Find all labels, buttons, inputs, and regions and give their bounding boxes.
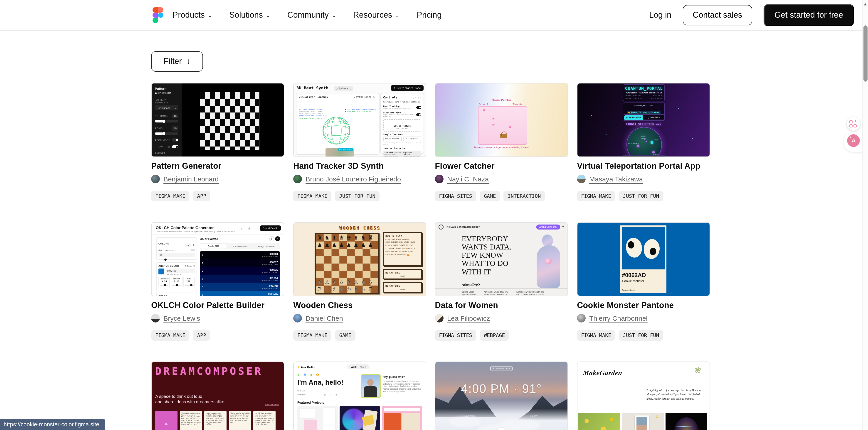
- card-author-link[interactable]: Daniel Chen: [306, 315, 343, 322]
- card-thumbnail[interactable]: ◔ Contentful Clock 4:00 PM · 91° New Yor…: [435, 362, 568, 430]
- site-logo-icon: ϟ: [438, 224, 443, 229]
- footer-column: Editor's Letterby Laura Minquini: [462, 291, 481, 296]
- greeting-heading: Hey, guess who?: [383, 375, 405, 378]
- card-title[interactable]: OKLCH Color Palette Builder: [151, 301, 284, 310]
- card-title[interactable]: Wooden Chess: [293, 301, 426, 310]
- idea-card: "There should be bubble wrap libraries I…: [229, 411, 251, 430]
- tag[interactable]: FIGMA MAKE: [577, 191, 615, 201]
- flower-icon: ✿: [492, 123, 495, 127]
- card-author-link[interactable]: Thierry Charbonnel: [589, 315, 648, 322]
- nav-item-solutions[interactable]: Solutions⌄: [229, 10, 271, 20]
- card-byline: Bryce Lewis: [151, 314, 284, 323]
- card-thumbnail[interactable]: DREAMCOMPOSER A space to think out loud …: [151, 362, 284, 430]
- card-title[interactable]: Cookie Monster Pantone: [577, 301, 710, 310]
- avatar[interactable]: [577, 175, 586, 183]
- grid-squares-icon: [849, 120, 852, 123]
- card-author-link[interactable]: Benjamin Leonard: [163, 175, 219, 183]
- avatar[interactable]: [293, 175, 302, 183]
- tag[interactable]: APP: [193, 191, 210, 201]
- color-name: Cookie Monster: [622, 279, 664, 283]
- avatar[interactable]: [293, 314, 302, 323]
- controls-panel: Controls↻ ☼ ◐ ☾ Configure hand tracking …: [380, 93, 424, 154]
- figma-logo-icon[interactable]: [153, 7, 163, 23]
- chevron-down-icon: ⌄: [332, 12, 336, 18]
- card-thumbnail[interactable]: Pattern Generator PATTERN TEMPLATE Herri…: [151, 83, 284, 157]
- sparkle-icon: ✦: [854, 119, 857, 123]
- tag-row: FIGMA MAKE GAME: [293, 330, 426, 341]
- card-thumbnail[interactable]: QUANTUM_PORTAL DIMENSIONAL_TRANSPORT_SYS…: [577, 83, 710, 157]
- bio-text: I'm Ana Bolio, a professional UI UX desi…: [383, 380, 423, 393]
- portfolio-nav: WorkAbout: [347, 364, 369, 369]
- scrollbar-thumb[interactable]: [864, 25, 868, 81]
- tag[interactable]: JUST FOR FUN: [619, 330, 663, 341]
- site-title: DREAMCOMPOSER: [155, 366, 281, 377]
- card-thumbnail[interactable]: #0062AD Cookie Monster Sesame Street: [577, 222, 710, 296]
- footer-column: Working in women's health, one can't hel…: [516, 291, 544, 296]
- tag[interactable]: FIGMA MAKE: [151, 330, 189, 341]
- card-title[interactable]: Pattern Generator: [151, 162, 284, 171]
- filter-button[interactable]: Filter ↓: [151, 51, 203, 72]
- card-thumbnail[interactable]: MakeGarden ❀ A digital garden of messy e…: [577, 362, 710, 430]
- chroma-control: CHROMA0.15: [171, 277, 183, 287]
- card-author-link[interactable]: Masaya Takizawa: [589, 175, 643, 183]
- project-tile: [340, 406, 380, 430]
- nav-item-pricing[interactable]: Pricing: [417, 10, 442, 20]
- tag[interactable]: FIGMA SITES: [435, 191, 476, 201]
- tag[interactable]: JUST FOR FUN: [335, 191, 379, 201]
- card-byline: Bruno José Loureiro Figueiredo: [293, 175, 426, 183]
- page-scrollbar[interactable]: [862, 0, 868, 430]
- mini-label: HUE: [185, 278, 193, 280]
- avatar[interactable]: [151, 175, 160, 183]
- avatar[interactable]: [577, 314, 586, 323]
- card-title[interactable]: Virtual Teleportation Portal App: [577, 162, 710, 171]
- pattern-generator-sidebar: Pattern Generator PATTERN TEMPLATE Herri…: [152, 84, 182, 157]
- card-thumbnail[interactable]: Flower Catcher Score: 9 Time: 8s ✿ ✿ ✿ ✿…: [435, 83, 568, 157]
- tag[interactable]: APP: [193, 330, 210, 341]
- headline-line: EVERYBODY: [462, 235, 512, 243]
- card-title[interactable]: Hand Tracker 3D Synth: [293, 162, 426, 171]
- toggle-label: Hand Tracking: [383, 105, 410, 107]
- tag[interactable]: WEBPAGE: [480, 330, 509, 341]
- checkerboard-pattern: [200, 92, 259, 150]
- card-thumbnail[interactable]: OKLCH Color Palette Generator Generate h…: [151, 222, 284, 296]
- featured-projects-heading: Featured Projects: [297, 401, 324, 404]
- card-thumbnail[interactable]: ϟ The Data & Wearables Report Attend Dem…: [435, 222, 568, 296]
- card-author-link[interactable]: Bryce Lewis: [163, 315, 200, 322]
- card-thumbnail[interactable]: ✳Ana Bolio WorkAbout ● ✽ ● ✿ I'm Ana, he…: [293, 362, 426, 430]
- get-started-button[interactable]: Get started for free: [764, 4, 854, 26]
- contact-sales-button[interactable]: Contact sales: [683, 5, 752, 25]
- nav-item-community[interactable]: Community⌄: [287, 10, 336, 20]
- card-title[interactable]: Flower Catcher: [435, 162, 568, 171]
- tag[interactable]: FIGMA SITES: [435, 330, 476, 341]
- flower-icon: ✿: [492, 118, 495, 121]
- tag[interactable]: GAME: [480, 191, 500, 201]
- card-author-link[interactable]: Nayli C. Naza: [447, 175, 489, 183]
- extension-grid-button[interactable]: ✦: [847, 117, 860, 131]
- login-link[interactable]: Log in: [649, 10, 672, 20]
- avatar[interactable]: [151, 314, 160, 323]
- translate-button[interactable]: ✦ A: [847, 134, 860, 147]
- swatch-row: 2000035L: 0.14, C: 0.12, H: 250°: [200, 267, 280, 275]
- card-title[interactable]: Data for Women: [435, 301, 568, 310]
- scrollbar-up-arrow[interactable]: [864, 3, 867, 5]
- tag[interactable]: INTERACTION: [504, 191, 545, 201]
- tag[interactable]: GAME: [335, 330, 355, 341]
- avatar[interactable]: [435, 314, 443, 323]
- tag[interactable]: FIGMA MAKE: [151, 191, 189, 201]
- tag[interactable]: JUST FOR FUN: [619, 191, 663, 201]
- field-label: ROWS: [155, 127, 163, 130]
- card-author-link[interactable]: Bruno José Loureiro Figueiredo: [306, 175, 401, 183]
- card-thumbnail[interactable]: 3D Beat Synth ○ Sphere ⌄ ♫ Performance M…: [293, 83, 426, 157]
- tag[interactable]: FIGMA MAKE: [293, 330, 332, 341]
- nav-item-products[interactable]: Products⌄: [173, 10, 213, 20]
- tag[interactable]: FIGMA MAKE: [293, 191, 332, 201]
- tag[interactable]: FIGMA MAKE: [577, 330, 615, 341]
- card-thumbnail[interactable]: WOODEN CHESS ♜♞♝♛♚♝♞♜ ♟♟♟♟♟♟♟♟ ♙♙♙♙♙♙♙♙ …: [293, 222, 426, 296]
- chevron-down-icon: ⌄: [266, 12, 271, 18]
- nav-item-resources[interactable]: Resources⌄: [353, 10, 400, 20]
- swatch-row: 0000008L: 0.05, C: 0.05, H: 250°: [200, 251, 280, 259]
- pantone-card: #0062AD Cookie Monster Sesame Street: [620, 225, 666, 293]
- avatar[interactable]: [435, 175, 443, 183]
- reset-all-button: ↻ Reset All: [185, 265, 195, 267]
- card-author-link[interactable]: Lea Filipowicz: [447, 315, 490, 322]
